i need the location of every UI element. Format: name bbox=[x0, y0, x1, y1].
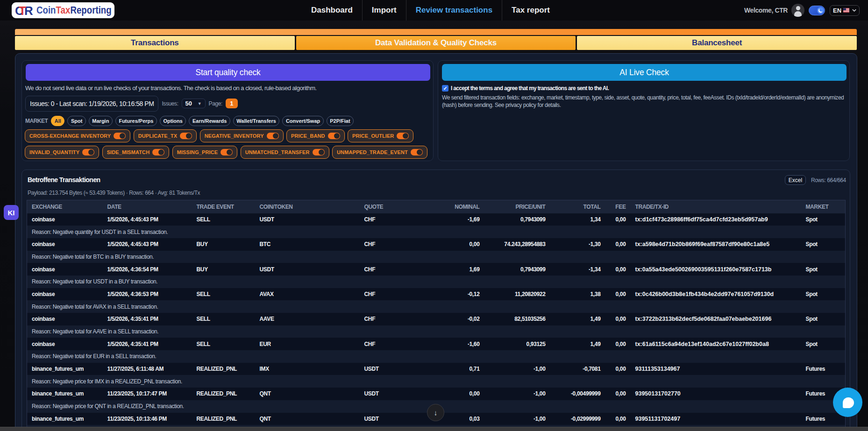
svg-text:T: T bbox=[19, 4, 26, 17]
